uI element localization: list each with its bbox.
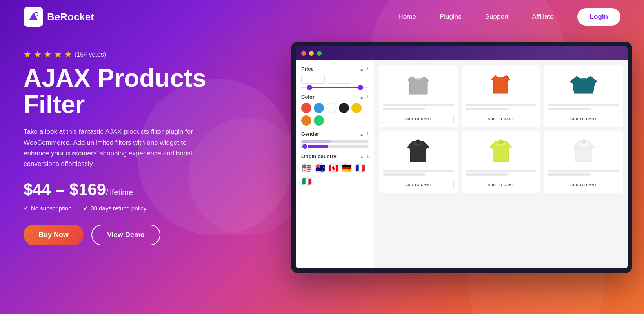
color-green[interactable] [314,115,324,126]
product-image-5 [483,135,518,166]
price-slider[interactable] [301,87,369,88]
check-icon-1: ✓ [24,204,29,212]
filter-price-section: Price ▲ ℹ [301,66,369,88]
add-to-cart-5[interactable]: ADD TO CART [466,181,537,189]
product-lines-6 [548,170,619,177]
star-2: ★ [34,49,42,60]
laptop-frame: Price ▲ ℹ [291,42,632,273]
flag-us[interactable]: 🇺🇸 [301,162,312,173]
svg-point-0 [34,12,38,16]
dot-green [317,51,322,56]
svg-point-3 [498,140,504,144]
chevron-up-gender-icon[interactable]: ▲ [360,132,364,137]
country-flags: 🇺🇸 🇦🇺 🇨🇦 🇩🇪 🇫🇷 🇮🇹 [301,162,369,187]
filter-country-controls: ▲ ℹ [360,154,369,159]
slider-thumb-right[interactable] [358,85,363,90]
price-min-input[interactable] [301,75,325,84]
nav-support[interactable]: Support [485,13,509,21]
gender-knob [301,143,308,150]
product-image-2 [483,69,518,100]
chevron-up-icon[interactable]: ▲ [360,67,364,71]
filter-gender-section: Gender ▲ ℹ [301,131,369,148]
add-to-cart-4[interactable]: ADD TO CART [383,181,454,189]
star-3: ★ [44,49,52,60]
gender-slider[interactable] [301,145,369,148]
product-line-3b [548,108,590,110]
product-lines-1 [383,104,454,111]
stars-row: ★ ★ ★ ★ ★ (154 votes) [24,49,239,60]
product-card-2: ADD TO CART [462,65,540,127]
chevron-up-country-icon[interactable]: ▲ [360,154,364,159]
color-yellow[interactable] [351,103,362,113]
color-blue[interactable] [314,103,324,113]
add-to-cart-3[interactable]: ADD TO CART [548,115,619,123]
filter-price-controls: ▲ ℹ [360,66,369,71]
nav-plugins[interactable]: Plugins [440,13,462,21]
hero-section: ★ ★ ★ ★ ★ (154 votes) AJAX Products Filt… [24,42,239,245]
filter-price-title: Price [301,66,314,72]
product-card-6: ADD TO CART [544,131,623,193]
product-lines-2 [466,104,537,111]
product-line-4a [383,170,454,172]
filter-color-title: Color [301,94,315,100]
info-country-icon: ℹ [367,154,369,159]
flag-de[interactable]: 🇩🇪 [341,162,352,173]
gender-track [301,140,369,143]
view-demo-button[interactable]: View Demo [91,225,160,245]
product-line-3a [548,104,619,106]
color-red[interactable] [301,103,311,113]
product-image-1 [400,69,436,100]
filter-country-title: Origin country [301,153,337,159]
add-to-cart-2[interactable]: ADD TO CART [466,115,537,123]
login-button[interactable]: Login [577,8,620,26]
info-gender-icon: ℹ [367,131,369,137]
dot-yellow [309,51,314,56]
hero-title: AJAX Products Filter [24,65,239,118]
product-line-6a [548,170,619,172]
flag-au[interactable]: 🇦🇺 [315,162,326,173]
filter-gender-title: Gender [301,131,319,137]
logo-icon [24,7,43,27]
color-white[interactable] [326,103,337,113]
badge1-text: No subscription [31,205,71,212]
screen-content: Price ▲ ℹ [296,60,628,268]
filter-panel: Price ▲ ℹ [296,60,374,268]
product-lines-3 [548,104,619,111]
filter-color-controls: ▲ ℹ [360,94,369,99]
add-to-cart-6[interactable]: ADD TO CART [548,181,619,189]
product-line-2b [466,108,508,110]
price-max-input[interactable] [328,75,351,84]
price-inputs [301,75,369,84]
nav-home[interactable]: Home [398,13,416,21]
color-grid [301,103,369,126]
main-content: ★ ★ ★ ★ ★ (154 votes) AJAX Products Filt… [0,34,644,273]
filter-gender-controls: ▲ ℹ [360,131,369,137]
products-area: ADD TO CART [374,60,628,268]
product-lines-4 [383,170,454,177]
slider-thumb-left[interactable] [307,85,312,90]
badge-no-subscription: ✓ No subscription [24,204,71,212]
star-5: ★ [64,49,72,60]
add-to-cart-1[interactable]: ADD TO CART [383,115,454,123]
badge2-text: 30 days refund policy [91,205,146,212]
product-line-5b [466,173,508,176]
color-orange[interactable] [301,115,311,126]
chevron-up-color-icon[interactable]: ▲ [360,95,364,99]
info-color-icon: ℹ [367,94,369,99]
color-black[interactable] [339,103,349,113]
product-image-4 [400,135,436,166]
navbar: BeRocket Home Plugins Support Affiliate … [0,0,644,34]
product-line-1b [383,108,425,110]
hero-description: Take a look at this fantastic AJAX produ… [24,126,212,169]
navbar-links: Home Plugins Support Affiliate Login [398,8,620,26]
filter-color-header: Color ▲ ℹ [301,94,369,100]
nav-affiliate[interactable]: Affiliate [532,13,553,21]
flag-fr[interactable]: 🇫🇷 [355,162,366,173]
flag-it[interactable]: 🇮🇹 [301,176,312,187]
screen-topbar [296,46,628,60]
flag-ca[interactable]: 🇨🇦 [328,162,339,173]
product-lines-5 [466,170,537,177]
buy-now-button[interactable]: Buy Now [24,225,84,245]
svg-point-4 [581,140,586,144]
product-line-4b [383,173,425,176]
